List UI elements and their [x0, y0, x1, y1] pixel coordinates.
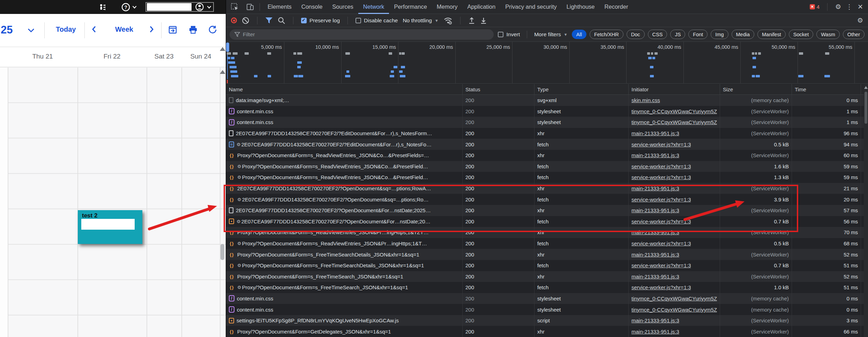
event-title-input[interactable] — [81, 219, 135, 230]
table-row[interactable]: ⚙Proxy/?OpenDocument&Form=s_FreeTimeSear… — [226, 271, 868, 282]
filter-icon[interactable] — [265, 17, 273, 24]
column-header[interactable]: Time — [792, 84, 861, 94]
import-har-icon[interactable] — [468, 17, 475, 24]
filter-chip[interactable]: Manifest — [757, 30, 786, 39]
filter-chip[interactable]: Media — [732, 30, 755, 39]
devtools-tab[interactable]: Privacy and security — [500, 0, 562, 14]
filter-chip[interactable]: Doc — [627, 30, 645, 39]
network-settings-gear-icon[interactable]: ⚙ — [857, 16, 863, 24]
overview-selection-handle[interactable] — [226, 43, 229, 52]
year-chevron-down-icon[interactable] — [27, 28, 35, 33]
calendar-event[interactable]: test 2 — [78, 210, 142, 244]
filter-chip[interactable]: Other — [843, 30, 865, 39]
initiator-link[interactable]: main-21333-951.js:3 — [631, 185, 679, 191]
initiator-link[interactable]: main-21333-951.js:3 — [631, 207, 679, 213]
initiator-link[interactable]: main-21333-951.js:3 — [631, 130, 679, 136]
table-row[interactable]: ⚙Proxy/?OpenDocument&Form=s_ReadViewEntr… — [226, 150, 868, 161]
table-row[interactable]: ⚙Proxy/?OpenDocument&Form=s_ReadViewEntr… — [226, 238, 868, 249]
calendar-scrollbar-thumb[interactable] — [220, 244, 224, 260]
record-network-log-icon[interactable] — [231, 17, 237, 23]
column-header[interactable]: Status — [463, 84, 534, 94]
disable-cache-checkbox[interactable]: Disable cache — [356, 17, 398, 24]
settings-gear-icon[interactable]: ⚙ — [835, 3, 841, 11]
throttling-dropdown[interactable]: No throttling▼ — [403, 17, 438, 24]
scroll-up-arrow-icon[interactable] — [864, 86, 868, 89]
export-har-icon[interactable] — [480, 17, 487, 24]
filter-chip[interactable]: All — [572, 30, 586, 39]
filter-input[interactable]: Filter — [230, 29, 494, 40]
devtools-tab[interactable]: Network — [358, 0, 389, 14]
devtools-tab[interactable]: Lighthouse — [562, 0, 600, 14]
refresh-icon[interactable] — [208, 25, 217, 35]
inspect-element-icon[interactable] — [230, 2, 239, 12]
table-row[interactable]: ⚙Proxy/?OpenDocument&Form=s_FreeTimeSear… — [226, 249, 868, 260]
table-scrollbar[interactable] — [864, 84, 868, 337]
view-selector[interactable]: Week — [115, 25, 133, 33]
table-row[interactable]: ⚙Proxy/?OpenDocument&Form=GetDelegates_J… — [226, 326, 868, 337]
day-header[interactable]: Fri 22 — [77, 53, 147, 60]
table-row[interactable]: ⚙content.min.css 200 stylesheet tinymce_… — [226, 117, 868, 128]
table-row[interactable]: ⚙2E07CEA99F77DDD143258CE700270EF2/?EditD… — [226, 139, 868, 150]
search-icon[interactable] — [278, 17, 285, 24]
preserve-log-checkbox[interactable]: Preserve log — [301, 17, 340, 24]
initiator-link[interactable]: service-worker.js?xhr=1:3 — [631, 141, 691, 147]
calendar-scroll-up-arrow[interactable] — [220, 47, 225, 51]
initiator-link[interactable]: tinymce_0-CCqyxWGwaCYuriyym5ZdZi0G — [631, 307, 717, 313]
table-row[interactable]: ⚙Proxy/?OpenDocument&Form=s_ReadViewEntr… — [226, 172, 868, 183]
filter-chip[interactable]: Fetch/XHR — [590, 30, 623, 39]
initiator-link[interactable]: main-21333-951.js:3 — [631, 329, 679, 335]
table-row[interactable]: ⚙Proxy/?OpenDocument&Form=s_ReadViewEntr… — [226, 227, 868, 238]
initiator-link[interactable]: skin.min.css — [631, 97, 660, 103]
table-row[interactable]: ⚙data:image/svg+xml;… 200 svg+xml skin.m… — [226, 95, 868, 106]
help-menu[interactable]: ? — [121, 3, 137, 12]
table-row[interactable]: ⚙Proxy/?OpenDocument&Form=s_FreeTimeSear… — [226, 260, 868, 271]
table-row[interactable]: ⚙2E07CEA99F77DDD143258CE700270EF2/?OpenD… — [226, 216, 868, 227]
devtools-tab[interactable]: Elements — [263, 0, 297, 14]
more-filters-dropdown[interactable]: More filters▼ — [534, 31, 568, 38]
print-icon[interactable] — [188, 25, 198, 35]
close-devtools-icon[interactable]: ✕ — [858, 3, 863, 11]
devtools-tab[interactable]: Memory — [432, 0, 463, 14]
prev-week-icon[interactable] — [91, 25, 96, 33]
devtools-tab[interactable]: Console — [297, 0, 328, 14]
table-row[interactable]: ⚙content.min.css 200 stylesheet tinymce_… — [226, 304, 868, 315]
initiator-link[interactable]: service-worker.js?xhr=1:3 — [631, 163, 691, 169]
initiator-link[interactable]: main-21333-951.js:3 — [631, 252, 679, 258]
initiator-link[interactable]: main-21333-951.js:3 — [631, 274, 679, 279]
device-toolbar-icon[interactable] — [246, 2, 255, 12]
filter-chip[interactable]: Font — [688, 30, 708, 39]
overview-grid[interactable]: 5,000 ms10,000 ms15,000 ms20,000 ms25,00… — [226, 42, 868, 84]
org-chart-icon[interactable] — [99, 3, 107, 12]
initiator-link[interactable]: service-worker.js?xhr=1:3 — [631, 262, 691, 268]
devtools-tab[interactable]: Application — [462, 0, 500, 14]
clear-network-log-icon[interactable] — [242, 17, 249, 24]
account-search-input[interactable] — [147, 3, 192, 11]
more-options-icon[interactable]: ⋮ — [846, 3, 853, 11]
calendar-grid[interactable]: test 2 — [0, 68, 226, 337]
filter-chip[interactable]: JS — [670, 30, 685, 39]
column-header[interactable]: Size — [720, 84, 792, 94]
initiator-link[interactable]: service-worker.js?xhr=1:3 — [631, 197, 691, 202]
day-header[interactable]: Thu 21 — [8, 53, 77, 60]
next-week-icon[interactable] — [149, 25, 154, 33]
invert-checkbox[interactable]: Invert — [498, 31, 520, 38]
devtools-tab[interactable]: Recorder — [600, 0, 633, 14]
account-widget[interactable] — [145, 2, 214, 12]
go-to-date-icon[interactable] — [168, 25, 177, 34]
day-header[interactable]: Sun 24 — [181, 53, 220, 60]
devtools-tab[interactable]: Performance — [389, 0, 432, 14]
initiator-link[interactable]: service-worker.js?xhr=1:3 — [631, 219, 691, 224]
table-row[interactable]: ⚙content.min.css 200 stylesheet tinymce_… — [226, 293, 868, 304]
column-header[interactable]: Type — [534, 84, 629, 94]
initiator-link[interactable]: tinymce_0-CCqyxWGwaCYuriyym5ZdZi0G — [631, 119, 717, 125]
table-row[interactable]: ⚙2E07CEA99F77DDD143258CE700270EF2/?OpenD… — [226, 194, 868, 205]
filter-chip[interactable]: Wasm — [816, 30, 840, 39]
network-conditions-icon[interactable] — [443, 16, 452, 25]
initiator-link[interactable]: main-21333-951.js:3 — [631, 152, 679, 158]
initiator-link[interactable]: service-worker.js?xhr=1:3 — [631, 284, 691, 290]
column-header[interactable]: Name — [226, 84, 463, 94]
table-row[interactable]: ⚙Proxy/?OpenDocument&Form=s_ReadViewEntr… — [226, 161, 868, 172]
initiator-link[interactable]: service-worker.js?xhr=1:3 — [631, 240, 691, 246]
scrollbar-thumb[interactable] — [865, 92, 867, 124]
calendar-scroll-up-arrow[interactable] — [220, 70, 225, 74]
